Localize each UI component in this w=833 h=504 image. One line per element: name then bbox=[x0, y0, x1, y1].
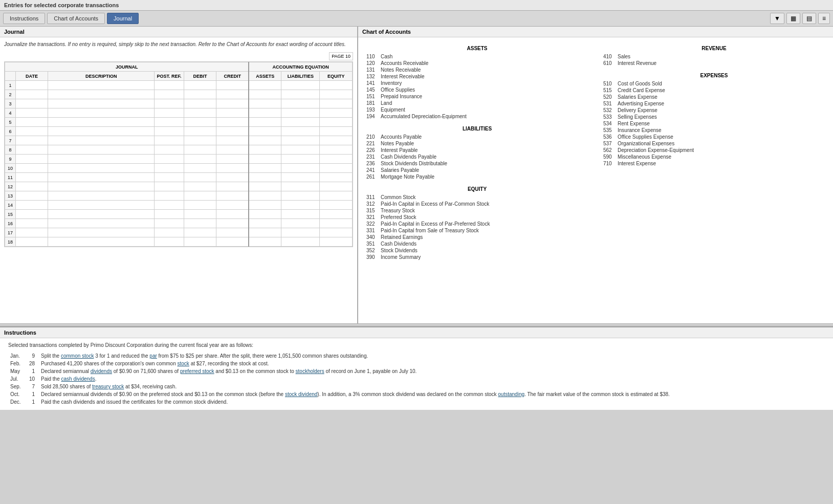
credit-cell[interactable] bbox=[216, 219, 249, 228]
transaction-link[interactable]: cash dividends bbox=[61, 376, 95, 382]
debit-cell[interactable] bbox=[184, 118, 216, 127]
desc-cell[interactable] bbox=[48, 164, 155, 173]
debit-cell[interactable] bbox=[184, 182, 216, 191]
debit-cell[interactable] bbox=[184, 191, 216, 201]
liab-cell[interactable] bbox=[281, 228, 320, 237]
table-row[interactable]: 6 bbox=[5, 127, 353, 136]
date-cell[interactable] bbox=[15, 182, 48, 191]
liab-cell[interactable] bbox=[281, 164, 320, 173]
table-row[interactable]: 4 bbox=[5, 108, 353, 118]
assets-cell[interactable] bbox=[249, 191, 281, 201]
credit-cell[interactable] bbox=[216, 90, 249, 99]
liab-cell[interactable] bbox=[281, 191, 320, 201]
date-cell[interactable] bbox=[15, 136, 48, 145]
date-cell[interactable] bbox=[15, 164, 48, 173]
postref-cell[interactable] bbox=[155, 108, 184, 118]
date-cell[interactable] bbox=[15, 201, 48, 210]
desc-cell[interactable] bbox=[48, 219, 155, 228]
postref-cell[interactable] bbox=[155, 155, 184, 164]
debit-cell[interactable] bbox=[184, 81, 216, 90]
postref-cell[interactable] bbox=[155, 90, 184, 99]
transaction-link[interactable]: stockholders bbox=[296, 368, 324, 374]
assets-cell[interactable] bbox=[249, 145, 281, 155]
credit-cell[interactable] bbox=[216, 191, 249, 201]
credit-cell[interactable] bbox=[216, 164, 249, 173]
credit-cell[interactable] bbox=[216, 118, 249, 127]
date-cell[interactable] bbox=[15, 219, 48, 228]
credit-cell[interactable] bbox=[216, 108, 249, 118]
transaction-link[interactable]: outstanding bbox=[498, 391, 524, 397]
liab-cell[interactable] bbox=[281, 127, 320, 136]
desc-cell[interactable] bbox=[48, 145, 155, 155]
equity-cell[interactable] bbox=[320, 173, 353, 182]
date-cell[interactable] bbox=[15, 210, 48, 219]
assets-cell[interactable] bbox=[249, 173, 281, 182]
credit-cell[interactable] bbox=[216, 201, 249, 210]
assets-cell[interactable] bbox=[249, 237, 281, 247]
table-row[interactable]: 16 bbox=[5, 219, 353, 228]
desc-cell[interactable] bbox=[48, 237, 155, 247]
postref-cell[interactable] bbox=[155, 173, 184, 182]
equity-cell[interactable] bbox=[320, 90, 353, 99]
assets-cell[interactable] bbox=[249, 108, 281, 118]
transaction-link[interactable]: par bbox=[149, 353, 157, 359]
debit-cell[interactable] bbox=[184, 228, 216, 237]
liab-cell[interactable] bbox=[281, 90, 320, 99]
table-row[interactable]: 5 bbox=[5, 118, 353, 127]
desc-cell[interactable] bbox=[48, 201, 155, 210]
table-row[interactable]: 17 bbox=[5, 228, 353, 237]
liab-cell[interactable] bbox=[281, 210, 320, 219]
table-row[interactable]: 11 bbox=[5, 173, 353, 182]
assets-cell[interactable] bbox=[249, 136, 281, 145]
table-row[interactable]: 9 bbox=[5, 155, 353, 164]
liab-cell[interactable] bbox=[281, 136, 320, 145]
desc-cell[interactable] bbox=[48, 155, 155, 164]
liab-cell[interactable] bbox=[281, 118, 320, 127]
postref-cell[interactable] bbox=[155, 191, 184, 201]
assets-cell[interactable] bbox=[249, 90, 281, 99]
desc-cell[interactable] bbox=[48, 90, 155, 99]
table-row[interactable]: 15 bbox=[5, 210, 353, 219]
equity-cell[interactable] bbox=[320, 155, 353, 164]
table-row[interactable]: 14 bbox=[5, 201, 353, 210]
equity-cell[interactable] bbox=[320, 145, 353, 155]
debit-cell[interactable] bbox=[184, 219, 216, 228]
postref-cell[interactable] bbox=[155, 210, 184, 219]
desc-cell[interactable] bbox=[48, 228, 155, 237]
equity-cell[interactable] bbox=[320, 136, 353, 145]
debit-cell[interactable] bbox=[184, 237, 216, 247]
debit-cell[interactable] bbox=[184, 136, 216, 145]
assets-cell[interactable] bbox=[249, 155, 281, 164]
assets-cell[interactable] bbox=[249, 182, 281, 191]
desc-cell[interactable] bbox=[48, 81, 155, 90]
debit-cell[interactable] bbox=[184, 173, 216, 182]
tab-chart-of-accounts[interactable]: Chart of Accounts bbox=[47, 13, 105, 24]
equity-cell[interactable] bbox=[320, 127, 353, 136]
date-cell[interactable] bbox=[15, 228, 48, 237]
table-row[interactable]: 7 bbox=[5, 136, 353, 145]
date-cell[interactable] bbox=[15, 90, 48, 99]
dropdown-button[interactable]: ▼ bbox=[770, 13, 784, 24]
desc-cell[interactable] bbox=[48, 127, 155, 136]
debit-cell[interactable] bbox=[184, 201, 216, 210]
postref-cell[interactable] bbox=[155, 118, 184, 127]
date-cell[interactable] bbox=[15, 155, 48, 164]
table-row[interactable]: 13 bbox=[5, 191, 353, 201]
table-row[interactable]: 1 bbox=[5, 81, 353, 90]
assets-cell[interactable] bbox=[249, 164, 281, 173]
debit-cell[interactable] bbox=[184, 99, 216, 108]
credit-cell[interactable] bbox=[216, 182, 249, 191]
date-cell[interactable] bbox=[15, 118, 48, 127]
credit-cell[interactable] bbox=[216, 210, 249, 219]
transaction-link[interactable]: stock bbox=[178, 361, 189, 366]
equity-cell[interactable] bbox=[320, 81, 353, 90]
assets-cell[interactable] bbox=[249, 219, 281, 228]
equity-cell[interactable] bbox=[320, 228, 353, 237]
credit-cell[interactable] bbox=[216, 237, 249, 247]
date-cell[interactable] bbox=[15, 108, 48, 118]
table-row[interactable]: 18 bbox=[5, 237, 353, 247]
transaction-link[interactable]: preferred stock bbox=[180, 368, 214, 374]
assets-cell[interactable] bbox=[249, 127, 281, 136]
equity-cell[interactable] bbox=[320, 210, 353, 219]
debit-cell[interactable] bbox=[184, 145, 216, 155]
